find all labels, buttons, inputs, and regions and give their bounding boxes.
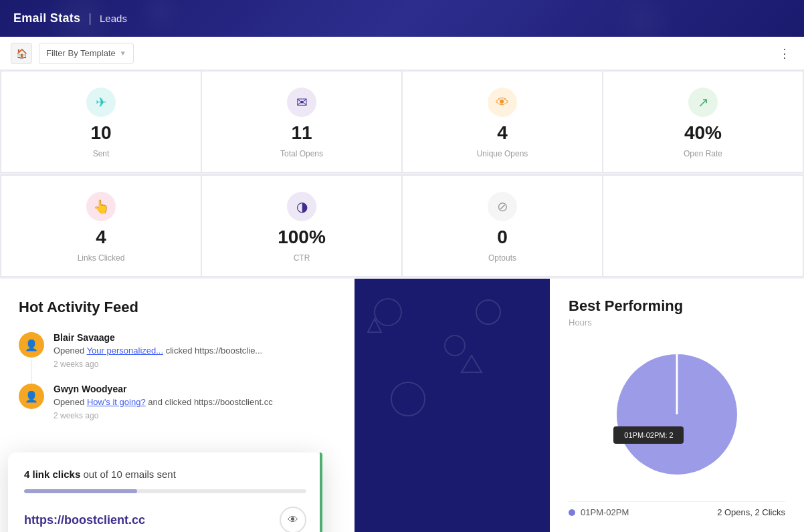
stat-card-unique-opens: 👁 4 Unique Opens — [403, 72, 602, 172]
sent-value: 10 — [90, 122, 111, 144]
stat-card-links-clicked: 👆 4 Links Clicked — [1, 176, 201, 276]
best-performing-panel: Best Performing Hours 01PM-02PM: 2 — [550, 279, 804, 532]
more-options-button[interactable]: ⋮ — [775, 44, 793, 63]
pie-chart-container: 01PM-02PM: 2 — [569, 341, 785, 491]
clicked-progress-bar-fill — [24, 489, 137, 493]
filter-label: Filter By Template — [46, 48, 116, 58]
activity-feed-title: Hot Activity Feed — [19, 299, 336, 316]
optouts-label: Optouts — [488, 253, 516, 263]
clicked-green-bar — [320, 452, 322, 532]
svg-point-3 — [476, 300, 500, 324]
svg-point-1 — [445, 336, 465, 356]
legend-item-0: 01PM-02PM 2 Opens, 2 Clicks — [569, 501, 785, 523]
activity-content-0: Blair Savaage Opened Your personalized..… — [54, 332, 336, 369]
ctr-value: 100% — [278, 227, 326, 248]
stat-card-empty — [603, 176, 803, 276]
sent-label: Sent — [93, 149, 110, 158]
legend-dot-0 — [569, 509, 575, 516]
chevron-down-icon: ▼ — [120, 49, 126, 57]
clicked-summary: 4 link clicks out of 10 emails sent — [24, 469, 306, 480]
filter-by-template-button[interactable]: Filter By Template ▼ — [39, 43, 134, 64]
app-header: Email Stats | Leads — [0, 0, 804, 37]
svg-point-0 — [375, 299, 401, 325]
best-performing-title: Best Performing — [569, 297, 785, 315]
optouts-value: 0 — [497, 227, 508, 248]
best-performing-subtitle: Hours — [569, 317, 785, 327]
toolbar: 🏠 Filter By Template ▼ ⋮ — [0, 37, 804, 70]
open-rate-icon: ↗ — [688, 88, 718, 117]
pie-chart: 01PM-02PM: 2 — [603, 341, 750, 488]
clicked-url-row: https://boostclient.cc 👁 — [24, 507, 306, 532]
activity-text-1: Opened How's it going? and clicked https… — [54, 396, 336, 408]
stat-card-sent: ✈ 10 Sent — [1, 72, 201, 172]
stat-card-optouts: ⊘ 0 Optouts — [403, 176, 602, 276]
stat-card-open-rate: ↗ 40% Open Rate — [603, 72, 803, 172]
open-rate-value: 40% — [684, 122, 722, 144]
svg-point-2 — [391, 382, 425, 416]
activity-name-1: Gwyn Woodyear — [54, 384, 336, 394]
activity-name-0: Blair Savaage — [54, 332, 336, 343]
unique-opens-label: Unique Opens — [477, 149, 528, 158]
links-clicked-value: 4 — [96, 227, 106, 248]
open-rate-label: Open Rate — [684, 149, 722, 158]
clicked-view-button[interactable]: 👁 — [280, 507, 306, 532]
stat-card-total-opens: ✉ 11 Total Opens — [202, 72, 401, 172]
clicked-progress-bar-container — [24, 489, 306, 493]
unique-opens-value: 4 — [497, 122, 508, 144]
legend-left-0: 01PM-02PM — [569, 507, 629, 517]
avatar-1: 👤 — [19, 384, 44, 409]
avatar-0: 👤 — [19, 332, 44, 358]
clicked-count-strong: 4 link clicks — [24, 469, 80, 480]
legend-value-0: 2 Opens, 2 Clicks — [717, 507, 785, 517]
legend-list: 01PM-02PM 2 Opens, 2 Clicks — [569, 501, 785, 523]
links-clicked-label: Links Clicked — [78, 253, 125, 263]
clicked-url-text: https://boostclient.cc — [24, 513, 145, 527]
activity-content-1: Gwyn Woodyear Opened How's it going? and… — [54, 384, 336, 420]
legend-label-0: 01PM-02PM — [581, 507, 629, 517]
optouts-icon: ⊘ — [488, 192, 517, 221]
stats-row-1: ✈ 10 Sent ✉ 11 Total Opens 👁 4 Unique Op… — [0, 70, 804, 173]
activity-time-0: 2 weeks ago — [54, 360, 336, 369]
total-opens-value: 11 — [291, 122, 312, 144]
activity-link-0[interactable]: Your personalized... — [87, 346, 163, 356]
activity-item-1: 👤 Gwyn Woodyear Opened How's it going? a… — [19, 384, 336, 420]
total-opens-label: Total Opens — [280, 149, 323, 158]
home-button[interactable]: 🏠 — [11, 43, 32, 64]
ctr-icon: ◑ — [287, 192, 316, 221]
clicked-overlay-panel: 4 link clicks out of 10 emails sent http… — [8, 452, 322, 532]
total-opens-icon: ✉ — [287, 88, 316, 117]
stat-card-ctr: ◑ 100% CTR — [202, 176, 401, 276]
unique-opens-icon: 👁 — [488, 88, 517, 117]
stats-row-2: 👆 4 Links Clicked ◑ 100% CTR ⊘ 0 Optouts — [0, 174, 804, 277]
dark-middle-section — [355, 279, 550, 532]
activity-list: 👤 Blair Savaage Opened Your personalized… — [19, 332, 336, 420]
activity-text-0: Opened Your personalized... clicked http… — [54, 345, 336, 357]
svg-text:01PM-02PM:  2: 01PM-02PM: 2 — [624, 431, 673, 439]
activity-item-0: 👤 Blair Savaage Opened Your personalized… — [19, 332, 336, 369]
clicked-summary-after: out of 10 emails sent — [80, 469, 176, 480]
activity-link-1[interactable]: How's it going? — [87, 397, 146, 407]
sent-icon: ✈ — [86, 88, 116, 117]
ctr-label: CTR — [294, 253, 310, 263]
links-clicked-icon: 👆 — [86, 192, 116, 221]
activity-time-1: 2 weeks ago — [54, 411, 336, 420]
bottom-section: Hot Activity Feed 👤 Blair Savaage Opened… — [0, 279, 804, 532]
